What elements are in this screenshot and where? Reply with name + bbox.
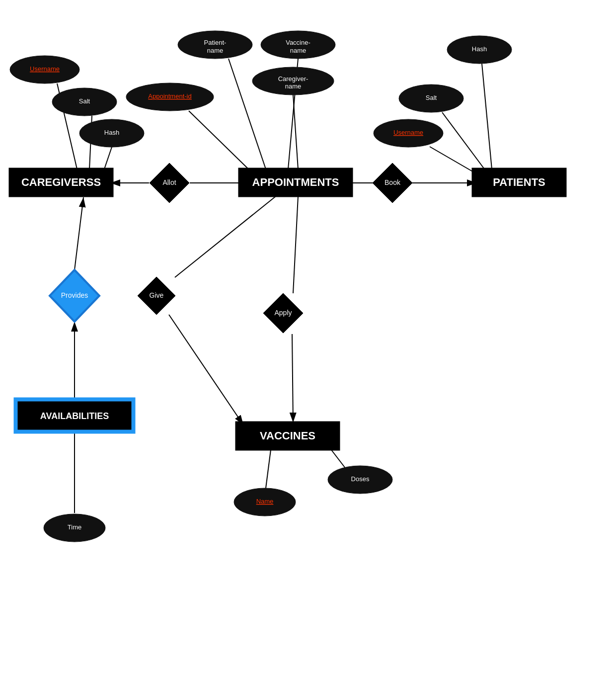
line-vaccines-to-name	[266, 450, 271, 488]
attr-pt-hash-label: Hash	[472, 45, 487, 53]
line-give-to-vaccines	[169, 315, 243, 425]
line-apply-to-vaccines	[292, 334, 293, 423]
attr-vac-name-label: Name	[256, 498, 274, 505]
entity-vaccines-label: VACCINES	[260, 429, 315, 442]
attr-appt-vacname-label2: name	[290, 47, 307, 54]
attr-appt-cgrname-label: Caregiver-	[278, 75, 308, 83]
attr-appt-patname-label2: name	[207, 47, 224, 54]
entity-availabilities-label: AVAILABILITIES	[40, 411, 109, 421]
line-appt-cgrname	[293, 95, 298, 169]
attr-appt-cgrname-label2: name	[285, 83, 302, 90]
entity-caregivers-label: CAREGIVERSS	[21, 176, 101, 188]
line-pt-hash	[482, 64, 492, 169]
attr-cg-username-label: Username	[30, 65, 60, 73]
diamond-provides-label: Provides	[61, 291, 88, 299]
diamond-book-label: Book	[385, 178, 401, 186]
attr-appt-vacname-label: Vaccine-	[286, 39, 310, 46]
diamond-give-label: Give	[150, 291, 164, 299]
entity-appointments-label: APPOINTMENTS	[252, 176, 339, 188]
line-appt-id	[189, 111, 248, 169]
entity-patients-label: PATIENTS	[493, 176, 545, 188]
attr-pt-salt-label: Salt	[426, 94, 437, 101]
line-provides-to-caregivers	[75, 197, 83, 270]
line-appointments-to-apply	[293, 196, 298, 293]
diamond-allot-label: Allot	[162, 178, 176, 186]
attr-vac-doses-label: Doses	[351, 475, 370, 483]
attr-pt-username-label: Username	[393, 129, 423, 136]
diamond-apply-label: Apply	[274, 309, 292, 317]
line-pt-username	[430, 147, 477, 174]
attr-cg-salt-label: Salt	[79, 97, 90, 105]
line-pt-salt	[442, 112, 484, 169]
attr-appt-patname-label: Patient-	[204, 39, 227, 46]
line-appointments-to-give	[175, 196, 276, 277]
attr-cg-hash-label: Hash	[104, 129, 119, 136]
attr-avail-time-label: Time	[68, 523, 81, 531]
attr-appt-id-label: Appointment-id	[148, 92, 191, 100]
line-cg-hash	[104, 147, 112, 169]
